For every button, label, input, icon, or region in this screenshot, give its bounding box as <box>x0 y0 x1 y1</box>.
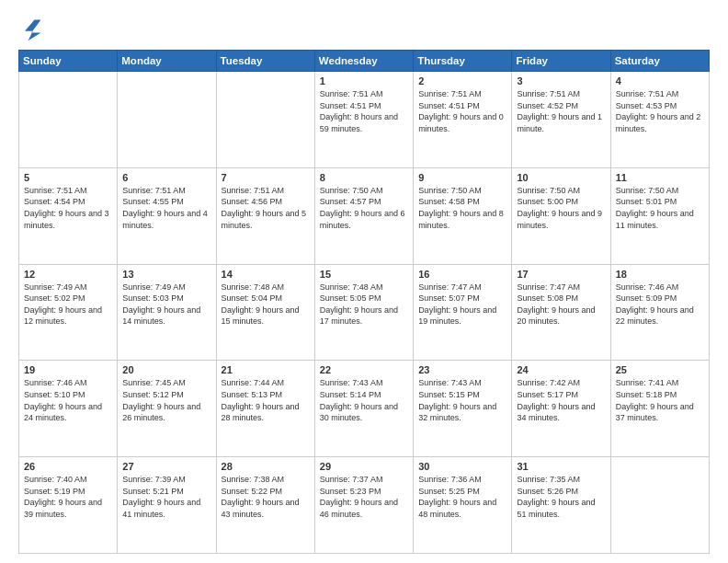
day-info: Sunrise: 7:51 AM Sunset: 4:51 PM Dayligh… <box>418 88 506 134</box>
calendar-cell-4-1: 19Sunrise: 7:46 AM Sunset: 5:10 PM Dayli… <box>19 361 118 457</box>
logo-icon <box>18 17 44 42</box>
calendar-cell-3-4: 15Sunrise: 7:48 AM Sunset: 5:05 PM Dayli… <box>314 264 413 361</box>
day-info: Sunrise: 7:43 AM Sunset: 5:14 PM Dayligh… <box>320 377 408 423</box>
day-info: Sunrise: 7:48 AM Sunset: 5:05 PM Dayligh… <box>320 282 408 327</box>
day-info: Sunrise: 7:46 AM Sunset: 5:10 PM Dayligh… <box>24 377 112 423</box>
day-info: Sunrise: 7:44 AM Sunset: 5:13 PM Dayligh… <box>222 377 310 423</box>
day-info: Sunrise: 7:51 AM Sunset: 4:52 PM Dayligh… <box>517 88 605 134</box>
calendar-cell-1-3 <box>216 72 314 168</box>
calendar-cell-1-5: 2Sunrise: 7:51 AM Sunset: 4:51 PM Daylig… <box>414 72 512 168</box>
calendar-cell-2-6: 10Sunrise: 7:50 AM Sunset: 5:00 PM Dayli… <box>512 167 610 264</box>
day-number: 20 <box>122 364 210 375</box>
day-info: Sunrise: 7:50 AM Sunset: 5:01 PM Dayligh… <box>616 185 704 231</box>
day-number: 24 <box>517 364 605 375</box>
week-row-2: 5Sunrise: 7:51 AM Sunset: 4:54 PM Daylig… <box>19 167 710 264</box>
svg-marker-0 <box>25 20 41 41</box>
day-info: Sunrise: 7:49 AM Sunset: 5:03 PM Dayligh… <box>122 282 210 327</box>
calendar-cell-4-4: 22Sunrise: 7:43 AM Sunset: 5:14 PM Dayli… <box>314 361 413 457</box>
calendar-cell-2-4: 8Sunrise: 7:50 AM Sunset: 4:57 PM Daylig… <box>314 167 413 264</box>
calendar-cell-1-6: 3Sunrise: 7:51 AM Sunset: 4:52 PM Daylig… <box>512 72 610 168</box>
weekday-header-saturday: Saturday <box>610 51 709 72</box>
week-row-4: 19Sunrise: 7:46 AM Sunset: 5:10 PM Dayli… <box>19 361 710 457</box>
logo <box>18 17 48 42</box>
day-info: Sunrise: 7:51 AM Sunset: 4:53 PM Dayligh… <box>616 88 704 134</box>
day-number: 26 <box>24 461 112 472</box>
calendar-cell-5-7 <box>610 457 709 554</box>
weekday-header-thursday: Thursday <box>414 51 512 72</box>
calendar-cell-4-5: 23Sunrise: 7:43 AM Sunset: 5:15 PM Dayli… <box>414 361 512 457</box>
day-info: Sunrise: 7:35 AM Sunset: 5:26 PM Dayligh… <box>517 474 605 520</box>
day-number: 6 <box>122 172 210 183</box>
day-info: Sunrise: 7:45 AM Sunset: 5:12 PM Dayligh… <box>122 377 210 423</box>
day-info: Sunrise: 7:48 AM Sunset: 5:04 PM Dayligh… <box>222 282 310 327</box>
calendar-cell-4-3: 21Sunrise: 7:44 AM Sunset: 5:13 PM Dayli… <box>216 361 314 457</box>
day-info: Sunrise: 7:46 AM Sunset: 5:09 PM Dayligh… <box>616 282 704 327</box>
day-info: Sunrise: 7:42 AM Sunset: 5:17 PM Dayligh… <box>517 377 605 423</box>
day-number: 17 <box>517 269 605 280</box>
calendar-cell-1-2 <box>118 72 216 168</box>
day-info: Sunrise: 7:51 AM Sunset: 4:56 PM Dayligh… <box>222 185 310 231</box>
calendar-cell-3-1: 12Sunrise: 7:49 AM Sunset: 5:02 PM Dayli… <box>19 264 118 361</box>
day-number: 12 <box>24 269 112 280</box>
calendar-cell-3-3: 14Sunrise: 7:48 AM Sunset: 5:04 PM Dayli… <box>216 264 314 361</box>
calendar-cell-2-1: 5Sunrise: 7:51 AM Sunset: 4:54 PM Daylig… <box>19 167 118 264</box>
weekday-header-row: SundayMondayTuesdayWednesdayThursdayFrid… <box>19 51 710 72</box>
weekday-header-friday: Friday <box>512 51 610 72</box>
calendar-cell-1-4: 1Sunrise: 7:51 AM Sunset: 4:51 PM Daylig… <box>314 72 413 168</box>
calendar-cell-3-2: 13Sunrise: 7:49 AM Sunset: 5:03 PM Dayli… <box>118 264 216 361</box>
day-info: Sunrise: 7:51 AM Sunset: 4:54 PM Dayligh… <box>24 185 112 231</box>
day-number: 25 <box>616 364 704 375</box>
calendar-cell-3-7: 18Sunrise: 7:46 AM Sunset: 5:09 PM Dayli… <box>610 264 709 361</box>
calendar-cell-4-6: 24Sunrise: 7:42 AM Sunset: 5:17 PM Dayli… <box>512 361 610 457</box>
day-number: 9 <box>418 172 506 183</box>
day-info: Sunrise: 7:47 AM Sunset: 5:07 PM Dayligh… <box>418 282 506 327</box>
day-info: Sunrise: 7:43 AM Sunset: 5:15 PM Dayligh… <box>418 377 506 423</box>
day-number: 13 <box>122 269 210 280</box>
day-number: 8 <box>320 172 408 183</box>
day-info: Sunrise: 7:37 AM Sunset: 5:23 PM Dayligh… <box>320 474 408 520</box>
weekday-header-sunday: Sunday <box>19 51 118 72</box>
calendar-cell-5-3: 28Sunrise: 7:38 AM Sunset: 5:22 PM Dayli… <box>216 457 314 554</box>
calendar-table: SundayMondayTuesdayWednesdayThursdayFrid… <box>18 50 710 554</box>
calendar-cell-3-5: 16Sunrise: 7:47 AM Sunset: 5:07 PM Dayli… <box>414 264 512 361</box>
calendar-cell-2-7: 11Sunrise: 7:50 AM Sunset: 5:01 PM Dayli… <box>610 167 709 264</box>
day-number: 19 <box>24 364 112 375</box>
day-number: 14 <box>222 269 310 280</box>
calendar-cell-5-4: 29Sunrise: 7:37 AM Sunset: 5:23 PM Dayli… <box>314 457 413 554</box>
calendar-cell-3-6: 17Sunrise: 7:47 AM Sunset: 5:08 PM Dayli… <box>512 264 610 361</box>
page: SundayMondayTuesdayWednesdayThursdayFrid… <box>0 0 728 563</box>
day-number: 28 <box>222 461 310 472</box>
calendar-cell-4-2: 20Sunrise: 7:45 AM Sunset: 5:12 PM Dayli… <box>118 361 216 457</box>
day-info: Sunrise: 7:39 AM Sunset: 5:21 PM Dayligh… <box>122 474 210 520</box>
calendar-cell-2-2: 6Sunrise: 7:51 AM Sunset: 4:55 PM Daylig… <box>118 167 216 264</box>
day-number: 27 <box>122 461 210 472</box>
header <box>18 17 710 42</box>
day-number: 18 <box>616 269 704 280</box>
day-info: Sunrise: 7:36 AM Sunset: 5:25 PM Dayligh… <box>418 474 506 520</box>
weekday-header-monday: Monday <box>118 51 216 72</box>
day-number: 7 <box>222 172 310 183</box>
day-info: Sunrise: 7:51 AM Sunset: 4:51 PM Dayligh… <box>320 88 408 134</box>
day-info: Sunrise: 7:41 AM Sunset: 5:18 PM Dayligh… <box>616 377 704 423</box>
day-number: 2 <box>418 75 506 86</box>
day-number: 23 <box>418 364 506 375</box>
weekday-header-tuesday: Tuesday <box>216 51 314 72</box>
calendar-cell-2-5: 9Sunrise: 7:50 AM Sunset: 4:58 PM Daylig… <box>414 167 512 264</box>
day-number: 16 <box>418 269 506 280</box>
day-number: 21 <box>222 364 310 375</box>
calendar-cell-1-7: 4Sunrise: 7:51 AM Sunset: 4:53 PM Daylig… <box>610 72 709 168</box>
week-row-1: 1Sunrise: 7:51 AM Sunset: 4:51 PM Daylig… <box>19 72 710 168</box>
day-number: 31 <box>517 461 605 472</box>
week-row-5: 26Sunrise: 7:40 AM Sunset: 5:19 PM Dayli… <box>19 457 710 554</box>
day-info: Sunrise: 7:40 AM Sunset: 5:19 PM Dayligh… <box>24 474 112 520</box>
day-number: 3 <box>517 75 605 86</box>
calendar-cell-5-2: 27Sunrise: 7:39 AM Sunset: 5:21 PM Dayli… <box>118 457 216 554</box>
day-info: Sunrise: 7:50 AM Sunset: 5:00 PM Dayligh… <box>517 185 605 231</box>
day-number: 10 <box>517 172 605 183</box>
calendar-cell-4-7: 25Sunrise: 7:41 AM Sunset: 5:18 PM Dayli… <box>610 361 709 457</box>
calendar-cell-2-3: 7Sunrise: 7:51 AM Sunset: 4:56 PM Daylig… <box>216 167 314 264</box>
day-number: 4 <box>616 75 704 86</box>
calendar-cell-5-5: 30Sunrise: 7:36 AM Sunset: 5:25 PM Dayli… <box>414 457 512 554</box>
calendar-cell-5-1: 26Sunrise: 7:40 AM Sunset: 5:19 PM Dayli… <box>19 457 118 554</box>
day-info: Sunrise: 7:50 AM Sunset: 4:57 PM Dayligh… <box>320 185 408 231</box>
